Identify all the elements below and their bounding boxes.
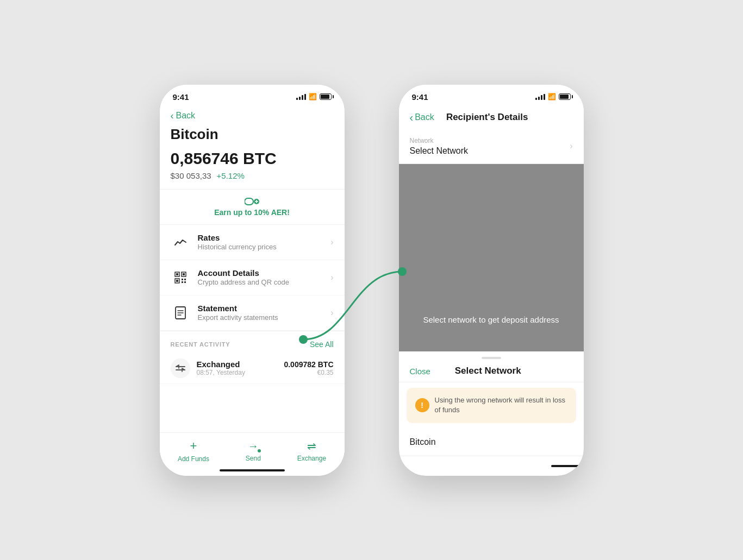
network-value: Select Network [410, 146, 469, 156]
earn-section[interactable]: Earn up to 10% AER! [160, 189, 345, 225]
battery-icon-right [559, 93, 571, 100]
network-label: Network [410, 137, 469, 144]
rates-chevron: › [330, 237, 333, 247]
wifi-icon-left: 📶 [309, 93, 317, 100]
phones-container: 9:41 📶 ‹ [160, 85, 584, 476]
status-icons-right: 📶 [535, 93, 571, 100]
tx-amounts: 0.009782 BTC €0.35 [284, 360, 333, 376]
bottom-bar-left: + Add Funds → Send ⇌ Exchange [160, 432, 345, 476]
account-chevron: › [330, 273, 333, 282]
menu-item-account-text: Account Details Crypto address and QR co… [198, 268, 331, 286]
home-indicator-left [220, 469, 285, 471]
signal-bar-2 [299, 97, 301, 100]
back-button-right[interactable]: ‹ Back [410, 111, 434, 124]
exchange-icon: ⇌ [307, 439, 316, 452]
menu-item-statement[interactable]: Statement Export activity statements › [160, 295, 345, 331]
sheet-close-button[interactable]: Close [410, 367, 430, 376]
crypto-title: Bitcoin [160, 124, 345, 144]
signal-bar-1 [296, 98, 298, 100]
send-label: Send [246, 455, 261, 462]
svg-rect-12 [182, 281, 183, 283]
right-phone: 9:41 📶 ‹ Ba [399, 85, 584, 476]
signal-bar-r4 [544, 94, 545, 100]
signal-bar-r2 [538, 97, 540, 100]
earn-icon-svg [245, 197, 260, 206]
wifi-icon-right: 📶 [548, 93, 556, 100]
back-label-left: Back [176, 111, 196, 121]
svg-rect-13 [184, 281, 186, 283]
back-button-left[interactable]: ‹ Back [160, 106, 345, 124]
status-icons-left: 📶 [296, 93, 332, 100]
exchange-arrows-icon [176, 364, 185, 372]
back-chevron-right: ‹ [410, 111, 414, 124]
transaction-item[interactable]: Exchanged 08:57, Yesterday 0.009782 BTC … [160, 353, 345, 384]
menu-list: Rates Historical currency prices › [160, 225, 345, 331]
svg-rect-9 [176, 280, 178, 282]
svg-rect-11 [184, 279, 186, 280]
transaction-text: Exchanged 08:57, Yesterday [197, 360, 284, 376]
signal-bars-left [296, 93, 306, 100]
network-row[interactable]: Network Select Network › [399, 129, 584, 164]
account-icon [171, 268, 190, 287]
earn-icon [245, 197, 260, 206]
exchange-button[interactable]: ⇌ Exchange [297, 439, 326, 462]
signal-bar-r3 [541, 95, 542, 100]
left-phone-content: ‹ Back Bitcoin 0,856746 BTC $30 053,33 +… [160, 106, 345, 473]
scene: 9:41 📶 ‹ [0, 0, 743, 560]
earn-text: Earn up to 10% AER! [214, 208, 290, 217]
signal-bars-right [535, 93, 545, 100]
back-label-right: Back [415, 112, 434, 122]
send-button[interactable]: → Send [246, 440, 261, 462]
svg-rect-5 [176, 273, 178, 275]
battery-icon-left [320, 93, 332, 100]
send-dot [257, 448, 262, 454]
battery-fill-right [560, 95, 569, 99]
statement-title: Statement [198, 304, 331, 313]
statement-chevron: › [330, 308, 333, 318]
status-bar-left: 9:41 📶 [160, 85, 345, 106]
menu-item-rates-text: Rates Historical currency prices [198, 233, 331, 251]
fiat-change: +5.12% [217, 171, 245, 180]
see-all-button[interactable]: See All [310, 340, 334, 349]
add-funds-button[interactable]: + Add Funds [178, 439, 209, 463]
right-nav-bar: ‹ Back Recipient's Details [399, 106, 584, 129]
menu-item-account[interactable]: Account Details Crypto address and QR co… [160, 260, 345, 295]
network-option-bitcoin[interactable]: Bitcoin [399, 429, 584, 456]
send-dot-container: → [248, 440, 259, 452]
qr-icon [174, 271, 187, 284]
status-time-left: 9:41 [173, 92, 189, 102]
battery-fill-left [321, 95, 329, 99]
tx-type: Exchanged [197, 360, 284, 369]
home-indicator-right [551, 465, 584, 467]
add-funds-icon: + [190, 439, 197, 453]
recent-label: RECENT ACTIVITY [171, 341, 230, 348]
warning-banner: ! Using the wrong network will result in… [407, 388, 576, 423]
crypto-fiat-row: $30 053,33 +5.12% [160, 170, 345, 189]
network-chevron: › [570, 141, 572, 151]
rates-chart-icon [174, 237, 187, 247]
menu-item-rates[interactable]: Rates Historical currency prices › [160, 225, 345, 260]
sheet-header: Close Select Network [399, 359, 584, 382]
rates-subtitle: Historical currency prices [198, 243, 331, 251]
svg-rect-10 [182, 279, 183, 280]
tx-fiat-amount: €0.35 [284, 369, 333, 376]
statement-icon [171, 303, 190, 323]
network-text: Network Select Network [410, 137, 469, 156]
svg-rect-7 [183, 273, 185, 275]
status-bar-right: 9:41 📶 [399, 85, 584, 106]
rates-title: Rates [198, 233, 331, 242]
tx-crypto-amount: 0.009782 BTC [284, 360, 333, 369]
bottom-sheet: Close Select Network ! Using the wrong n… [399, 351, 584, 475]
warning-icon: ! [415, 398, 429, 412]
sheet-title: Select Network [455, 366, 521, 376]
account-subtitle: Crypto address and QR code [198, 278, 331, 286]
account-title: Account Details [198, 268, 331, 278]
signal-bar-4 [304, 94, 306, 100]
gray-hint-text: Select network to get deposit address [423, 315, 559, 324]
exchange-tx-icon [171, 358, 190, 378]
signal-bar-3 [302, 95, 303, 100]
status-time-right: 9:41 [412, 92, 428, 102]
crypto-balance: 0,856746 BTC [160, 144, 345, 170]
nav-title: Recipient's Details [446, 112, 528, 123]
svg-rect-0 [245, 198, 253, 205]
